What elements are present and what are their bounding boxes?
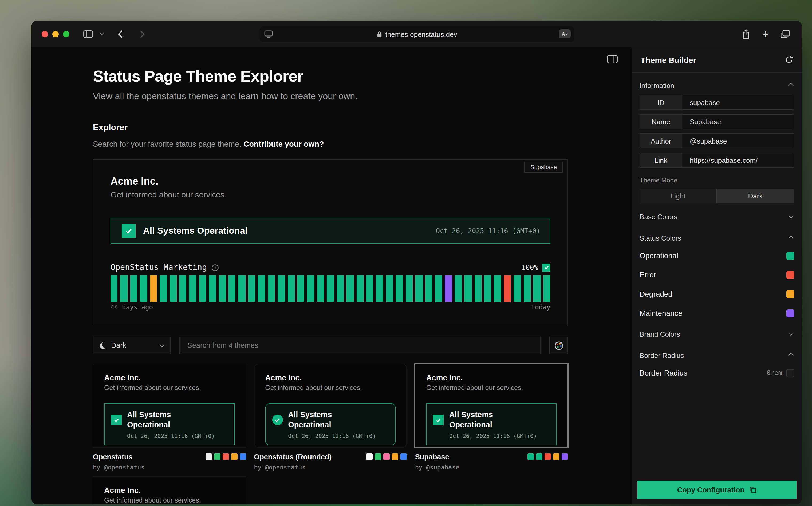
- info-value-input[interactable]: @supabase: [682, 134, 794, 148]
- degraded-color-swatch[interactable]: [786, 290, 794, 298]
- info-value-input[interactable]: https://supabase.com/: [682, 153, 794, 167]
- builder-panel-toggle-icon[interactable]: [607, 55, 618, 66]
- info-value-input[interactable]: Supabase: [682, 115, 794, 129]
- sidebar-toggle-icon[interactable]: [83, 30, 93, 37]
- sidebar-options-chevron-icon[interactable]: [100, 31, 103, 35]
- tracker-bar-operational[interactable]: [455, 275, 462, 302]
- section-border-radius[interactable]: Border Radius: [640, 350, 794, 361]
- error-color-swatch[interactable]: [786, 271, 794, 279]
- tracker-bar-operational[interactable]: [288, 275, 295, 302]
- page-settings-icon[interactable]: [264, 30, 273, 38]
- theme-card-openstatus-rounded[interactable]: Acme Inc. Get informed about our service…: [254, 364, 407, 447]
- tracker-bar-operational[interactable]: [543, 275, 550, 302]
- theme-builder-panel: Theme Builder Information ID supabase Na…: [632, 48, 802, 504]
- tracker-bar-operational[interactable]: [523, 275, 531, 302]
- tracker-bar-operational[interactable]: [228, 275, 236, 302]
- chevron-up-icon: [788, 353, 794, 358]
- minimize-button[interactable]: [52, 31, 59, 37]
- mini-check-icon: [111, 415, 122, 425]
- section-base-colors[interactable]: Base Colors: [640, 211, 794, 222]
- tracker-bar-operational[interactable]: [386, 275, 393, 302]
- theme-cell: Acme Inc. Get informed about our service…: [93, 364, 246, 471]
- tracker-bar-operational[interactable]: [169, 275, 177, 302]
- theme-color-swatch: [536, 453, 542, 460]
- tracker-bar-operational[interactable]: [464, 275, 472, 302]
- tracker-bar-operational[interactable]: [533, 275, 540, 302]
- search-input[interactable]: [179, 337, 541, 354]
- tracker-bar-operational[interactable]: [130, 275, 138, 302]
- tracker-bar-maintenance[interactable]: [445, 275, 452, 302]
- reset-icon[interactable]: [785, 56, 793, 64]
- tracker-bar-operational[interactable]: [238, 275, 245, 302]
- theme-color-swatch: [544, 453, 551, 460]
- explorer-description: Search for your favorite status page the…: [93, 139, 568, 149]
- mini-company-tagline: Get informed about our services.: [265, 384, 395, 393]
- theme-card-supabase[interactable]: Acme Inc. Get informed about our service…: [415, 364, 568, 447]
- tracker-bar-operational[interactable]: [140, 275, 147, 302]
- info-icon[interactable]: [211, 264, 219, 271]
- tracker-bar-operational[interactable]: [268, 275, 275, 302]
- tracker-bar-operational[interactable]: [514, 275, 521, 302]
- address-bar[interactable]: themes.openstatus.dev Ax: [259, 26, 574, 42]
- theme-mode-light[interactable]: Light: [640, 189, 717, 203]
- tracker-bar-operational[interactable]: [484, 275, 492, 302]
- tracker-bar-operational[interactable]: [317, 275, 324, 302]
- tracker-bar-operational[interactable]: [347, 275, 354, 302]
- theme-mode-select[interactable]: Dark: [93, 337, 171, 354]
- tracker-bar-operational[interactable]: [297, 275, 305, 302]
- section-status-colors[interactable]: Status Colors: [640, 233, 794, 243]
- status-color-error: Error: [640, 269, 794, 280]
- chevron-up-icon: [788, 83, 794, 88]
- border-radius-swatch[interactable]: [786, 369, 794, 377]
- contribute-link[interactable]: Contribute your own?: [243, 140, 324, 148]
- tracker-bar-operational[interactable]: [199, 275, 206, 302]
- tracker-bar-operational[interactable]: [278, 275, 285, 302]
- new-tab-icon[interactable]: +: [763, 28, 769, 39]
- tracker-bar-degraded[interactable]: [150, 275, 157, 302]
- tracker-bar-operational[interactable]: [307, 275, 314, 302]
- tracker-bar-operational[interactable]: [366, 275, 373, 302]
- theme-mode-dark[interactable]: Dark: [717, 189, 794, 203]
- theme-preview-card: Supabase Acme Inc. Get informed about ou…: [93, 159, 568, 327]
- tracker-bar-operational[interactable]: [376, 275, 383, 302]
- tracker-bar-operational[interactable]: [494, 275, 501, 302]
- tracker-bar-operational[interactable]: [474, 275, 482, 302]
- tracker-bar-operational[interactable]: [110, 275, 118, 302]
- tab-overview-icon[interactable]: [781, 29, 790, 38]
- themes-grid: Acme Inc. Get informed about our service…: [93, 364, 568, 471]
- maintenance-color-swatch[interactable]: [786, 309, 794, 317]
- tracker-bar-operational[interactable]: [121, 275, 128, 302]
- tracker-bar-operational[interactable]: [189, 275, 197, 302]
- tracker-bar-operational[interactable]: [327, 275, 334, 302]
- translate-icon[interactable]: Ax: [559, 29, 571, 38]
- theme-footer: Supabase by @supabase: [415, 452, 568, 471]
- tracker-bar-error[interactable]: [504, 275, 511, 302]
- back-button[interactable]: [118, 30, 126, 37]
- tracker-bar-operational[interactable]: [248, 275, 255, 302]
- zoom-button[interactable]: [63, 31, 69, 37]
- theme-card-partial[interactable]: Acme Inc. Get informed about our service…: [93, 477, 246, 504]
- tracker-bar-operational[interactable]: [160, 275, 167, 302]
- tracker-bar-operational[interactable]: [405, 275, 413, 302]
- tracker-bar-operational[interactable]: [179, 275, 187, 302]
- tracker-bar-operational[interactable]: [219, 275, 226, 302]
- section-information[interactable]: Information: [640, 80, 794, 91]
- tracker-bar-operational[interactable]: [356, 275, 364, 302]
- status-check-icon: [122, 224, 136, 238]
- tracker-bar-operational[interactable]: [258, 275, 265, 302]
- tracker-bar-operational[interactable]: [435, 275, 442, 302]
- share-icon[interactable]: [742, 28, 751, 39]
- info-value-input[interactable]: supabase: [682, 95, 794, 109]
- theme-card-openstatus[interactable]: Acme Inc. Get informed about our service…: [93, 364, 246, 447]
- close-button[interactable]: [42, 31, 48, 37]
- info-row-id: ID supabase: [640, 95, 794, 110]
- tracker-bar-operational[interactable]: [209, 275, 216, 302]
- tracker-bar-operational[interactable]: [337, 275, 344, 302]
- palette-button[interactable]: [549, 337, 568, 354]
- tracker-bar-operational[interactable]: [395, 275, 403, 302]
- tracker-bar-operational[interactable]: [415, 275, 423, 302]
- tracker-bar-operational[interactable]: [425, 275, 432, 302]
- operational-color-swatch[interactable]: [786, 252, 794, 260]
- copy-configuration-button[interactable]: Copy Configuration: [638, 481, 797, 499]
- section-brand-colors[interactable]: Brand Colors: [640, 329, 794, 339]
